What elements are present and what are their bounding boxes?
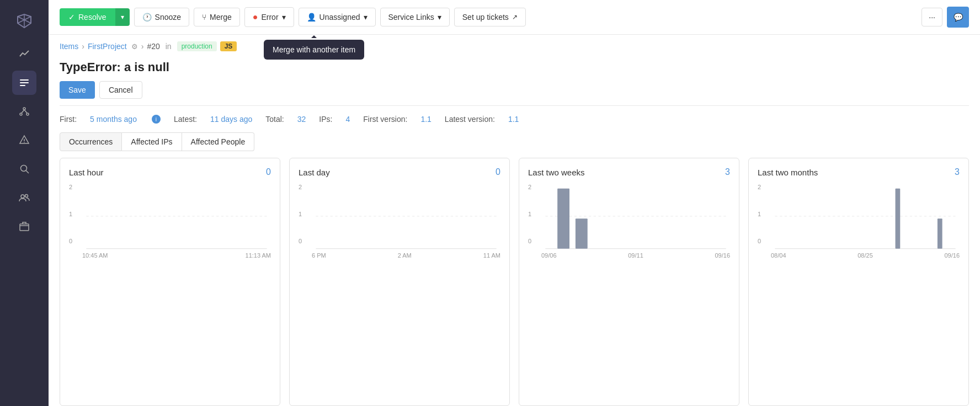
svg-point-13 — [25, 195, 28, 197]
breadcrumb-project-link[interactable]: FirstProject — [88, 42, 127, 51]
total-value: 32 — [297, 115, 306, 124]
total-value-link[interactable]: 32 — [297, 115, 306, 124]
sidebar-item-issues[interactable] — [12, 71, 36, 95]
save-button[interactable]: Save — [60, 81, 95, 99]
sidebar-item-dashboard[interactable] — [12, 42, 36, 66]
chart-last-two-months-y-labels: 2 1 0 — [758, 184, 761, 244]
chart-last-day: Last day 0 2 1 0 — [289, 158, 510, 406]
chart-last-day-count[interactable]: 0 — [496, 167, 500, 177]
merge-icon: ⑂ — [202, 13, 206, 22]
sidebar-item-releases[interactable] — [12, 99, 36, 124]
chart-last-two-months-count-value: 3 — [955, 167, 960, 177]
chart-last-two-months-count[interactable]: 3 — [955, 167, 960, 177]
resolve-group: ✓ Resolve ▾ — [60, 8, 130, 26]
snooze-label: Snooze — [155, 13, 181, 22]
svg-point-4 — [20, 113, 22, 115]
chart-last-two-months-svg — [771, 184, 960, 250]
resolve-label: Resolve — [78, 13, 106, 22]
chart-last-two-weeks: Last two weeks 3 2 1 0 — [519, 158, 739, 406]
breadcrumb-project-label: FirstProject — [88, 42, 127, 51]
error-dot-icon: ● — [253, 12, 258, 22]
chart-last-hour: Last hour 0 2 1 0 — [60, 158, 280, 406]
chart-last-two-months: Last two months 3 2 1 0 — [748, 158, 969, 406]
svg-rect-25 — [896, 189, 901, 249]
breadcrumb-items-link[interactable]: Items — [60, 42, 78, 51]
issue-actions: Save Cancel — [60, 81, 969, 99]
setup-tickets-button[interactable]: Set up tickets ↗ — [454, 8, 526, 26]
service-links-button[interactable]: Service Links ▾ — [380, 8, 450, 26]
tab-affected-people[interactable]: Affected People — [182, 132, 255, 151]
chart-last-day-svg — [312, 184, 500, 250]
chart-last-hour-count[interactable]: 0 — [266, 167, 271, 177]
svg-rect-2 — [20, 85, 25, 86]
sidebar-logo[interactable] — [12, 9, 36, 33]
chart-last-two-months-header: Last two months 3 — [758, 167, 960, 177]
chevron-down-icon: ▾ — [438, 13, 441, 22]
breadcrumb-issue-id: #20 — [147, 42, 159, 51]
svg-point-5 — [26, 113, 29, 115]
chart-last-two-months-body: 2 1 0 08/04 — [758, 184, 960, 397]
unassigned-label: Unassigned — [319, 13, 360, 22]
sidebar-item-projects[interactable] — [12, 214, 36, 238]
chart-last-two-months-title: Last two months — [758, 168, 818, 177]
merge-label: Merge — [210, 13, 232, 22]
ips-label: IPs: — [319, 115, 332, 124]
chart-last-day-x-labels: 6 PM 2 AM 11 AM — [312, 252, 500, 259]
gear-icon[interactable]: ⚙ — [131, 42, 138, 51]
resolve-dropdown-button[interactable]: ▾ — [115, 8, 130, 26]
chart-last-hour-y-labels: 2 1 0 — [69, 184, 72, 244]
more-button[interactable]: ··· — [922, 8, 942, 26]
merge-button[interactable]: ⑂ Merge — [194, 8, 240, 26]
latest-version-label: Latest version: — [445, 115, 495, 124]
resolve-button[interactable]: ✓ Resolve — [60, 8, 115, 26]
snooze-button[interactable]: 🕐 Snooze — [134, 8, 189, 26]
unassigned-button[interactable]: 👤 Unassigned ▾ — [299, 8, 376, 26]
svg-rect-0 — [20, 79, 29, 81]
sidebar-item-teams[interactable] — [12, 185, 36, 210]
latest-version-link[interactable]: 1.1 — [508, 115, 519, 124]
toolbar: ✓ Resolve ▾ 🕐 Snooze ⑂ Merge ● Error ▾ 👤… — [49, 0, 980, 35]
chart-last-day-body: 2 1 0 6 PM 2 AM 11 AM — [299, 184, 500, 397]
error-label: Error — [261, 13, 278, 22]
svg-point-10 — [21, 165, 27, 172]
more-label: ··· — [929, 13, 935, 22]
svg-point-12 — [21, 195, 24, 198]
chart-last-hour-body: 2 1 0 10:45 AM 11:13 AM — [69, 184, 271, 397]
chart-last-two-weeks-count[interactable]: 3 — [725, 167, 730, 177]
issue-title-area: TypeError: a is null Save Cancel — [49, 56, 980, 105]
tab-affected-ips[interactable]: Affected IPs — [122, 132, 182, 151]
latest-value-link[interactable]: 11 days ago — [210, 115, 252, 124]
error-button[interactable]: ● Error ▾ — [244, 7, 294, 27]
chart-last-two-weeks-body: 2 1 0 09/06 — [528, 184, 730, 397]
info-icon[interactable]: i — [152, 115, 161, 124]
svg-point-9 — [24, 142, 25, 143]
total-label: Total: — [265, 115, 284, 124]
chart-last-two-weeks-inner: 09/06 09/11 09/16 — [541, 184, 730, 397]
latest-version-value: 1.1 — [508, 115, 519, 124]
tab-occurrences[interactable]: Occurrences — [60, 132, 122, 151]
chat-button[interactable]: 💬 — [947, 7, 969, 28]
latest-label: Latest: — [174, 115, 197, 124]
breadcrumb-items-label: Items — [60, 42, 78, 51]
svg-line-6 — [22, 110, 24, 113]
first-value: 5 months ago — [90, 115, 137, 124]
first-version-link[interactable]: 1.1 — [420, 115, 431, 124]
save-label: Save — [68, 86, 86, 94]
first-label: First: — [60, 115, 77, 124]
chart-last-hour-header: Last hour 0 — [69, 167, 271, 177]
svg-point-3 — [23, 108, 25, 110]
chevron-down-icon: ▾ — [121, 13, 124, 21]
chart-last-two-weeks-header: Last two weeks 3 — [528, 167, 730, 177]
breadcrumb-environment: production — [177, 41, 217, 51]
svg-rect-21 — [557, 189, 569, 249]
sidebar-item-alerts[interactable] — [12, 128, 36, 152]
sidebar-item-discover[interactable] — [12, 157, 36, 181]
svg-rect-14 — [20, 224, 29, 231]
chart-last-hour-title: Last hour — [69, 168, 104, 177]
first-value-link[interactable]: 5 months ago — [90, 115, 137, 124]
breadcrumb: Items › FirstProject ⚙ › #20 in producti… — [49, 35, 980, 56]
external-link-icon: ↗ — [512, 13, 518, 21]
chart-last-hour-svg — [82, 184, 271, 250]
cancel-button[interactable]: Cancel — [99, 81, 142, 99]
ips-value-link[interactable]: 4 — [345, 115, 350, 124]
